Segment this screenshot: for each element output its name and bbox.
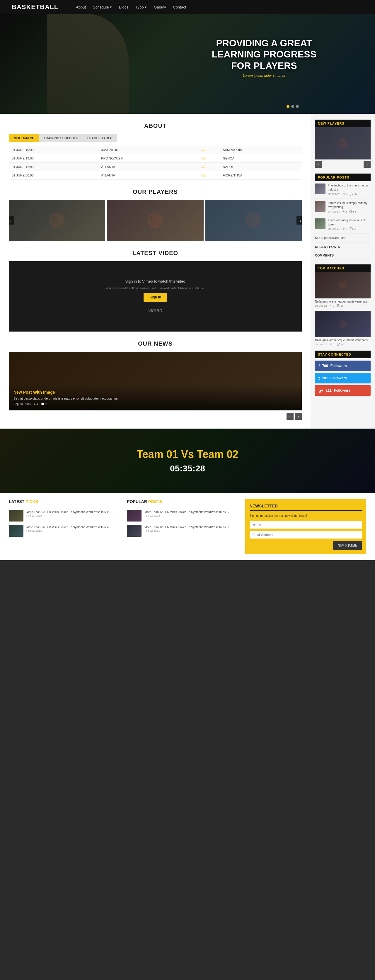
twitter-icon: t [318, 376, 320, 380]
footer-popular-title: POPULAR POSTS [127, 499, 239, 506]
vimeo-logo: vimeo [148, 307, 162, 314]
tab-training[interactable]: TRAINING SCHEDULE [39, 134, 83, 142]
hero-dots [286, 105, 299, 108]
pop-date-3: On Jun 25 [328, 227, 340, 231]
recent-posts-link[interactable]: RECENT POSTS [315, 243, 370, 251]
match-date: 01 JUNE 10:00 [9, 146, 98, 154]
footer-newsletter: NEWSLETTER Sign up to receive our next n… [245, 499, 366, 554]
carousel-prev-button[interactable]: ‹ [9, 216, 14, 224]
facebook-follow-button[interactable]: f 700 Followers [315, 361, 370, 371]
hero-dot-2[interactable] [291, 105, 294, 108]
newsletter-title: NEWSLETTER [249, 504, 362, 511]
match-vs: VS [187, 146, 220, 154]
newsletter-submit-button[interactable]: 附件下载模板 [333, 541, 362, 550]
top-match-desc-2: Nulla quis lorem neque, mattis venenatis [315, 338, 370, 342]
popular-post-item: There are many variations of Lorem On Ju… [315, 216, 370, 234]
carousel-next-button[interactable]: › [297, 216, 302, 224]
nav-typo[interactable]: Typo ▾ [135, 5, 147, 10]
match-date: 01 JUNE 30:00 [9, 171, 98, 180]
player-thumb-3: 🏀 [205, 200, 302, 241]
facebook-icon: f [318, 364, 320, 368]
twitter-follow-button[interactable]: t 201 Followers [315, 373, 370, 383]
match-team1: JUVENTUS [98, 146, 187, 154]
table-row: 01 JUNE 12:00 ATLANTA VS NAPOLI [9, 163, 302, 171]
news-featured-title: New Post With Image [13, 390, 297, 395]
hero-subtitle: Lorem ipsum dolor sit amet [212, 73, 316, 78]
news-next-button[interactable]: › [295, 413, 302, 420]
nav-about[interactable]: About [76, 5, 86, 10]
popular-posts-widget: POPULAR POSTS The section of the mass me… [315, 173, 370, 260]
match-team2: GENOA [220, 154, 302, 163]
popular-post-desc-3: There are many variations of Lorem [328, 218, 370, 227]
footer-popular-post-date-2: Feb 22, 2015 [145, 530, 231, 532]
match-vs: VS [187, 154, 220, 163]
news-featured-content: New Post With Image Sed ut perspiciatis … [9, 385, 302, 410]
footer-popular-post-title-2: More Than 120 ER Visits Linked To Synthe… [145, 525, 231, 530]
brand-part1: BASKET [12, 3, 40, 11]
popular-post-thumb-1 [315, 183, 326, 194]
facebook-count: 700 [322, 364, 328, 368]
tab-league[interactable]: LEAGUE TABLE [83, 134, 117, 142]
top-matches-widget: TOP MATCHES 🏀 Nulla quis lorem neque, ma… [315, 264, 370, 346]
players-carousel: ‹ 🏀 🏀 🏀 › [9, 200, 302, 241]
footer-popular-post-date-1: Feb 22, 2015 [145, 514, 231, 517]
footer-thumb-2 [9, 525, 24, 537]
pop-comments-2: 💬 56 [349, 210, 356, 214]
news-likes: ♥ 4 [34, 402, 38, 406]
new-players-prev[interactable]: ‹ [315, 161, 322, 168]
nav-gallery[interactable]: Gallery [154, 5, 166, 10]
brand-part2: BALL [40, 3, 58, 11]
video-embed: Sign in to Vimeo to watch this video You… [9, 261, 302, 332]
nav-contact[interactable]: Contact [173, 5, 186, 10]
nav-blogs[interactable]: Blogs [119, 5, 129, 10]
footer-popular-post-title-1: More Than 120 ER Visits Linked To Synthe… [145, 510, 231, 514]
googleplus-follow-button[interactable]: g+ 111 Followers [315, 385, 370, 396]
match-vs: VS [187, 171, 220, 180]
twitter-label: Followers [331, 376, 347, 380]
news-prev-button[interactable]: ‹ [286, 413, 294, 420]
video-title: LATEST VIDEO [9, 250, 302, 256]
team-vs-section: Team 01 Vs Team 02 05:35:28 [0, 429, 375, 493]
footer-popular-post-2: More Than 120 ER Visits Linked To Synthe… [127, 525, 239, 537]
pop-date-2: On Apr 14 [328, 210, 340, 214]
match-table: 01 JUNE 10:00 JUVENTUS VS SAMPDORIA 01 J… [9, 146, 302, 180]
about-section: ABOUT NEXT MATCH TRAINING SCHEDULE LEAGU… [9, 123, 302, 180]
googleplus-count: 111 [326, 388, 332, 393]
video-sign-in-text: Sign in to Vimeo to watch this video [126, 279, 186, 283]
newsletter-email-input[interactable] [249, 531, 362, 539]
newsletter-name-input[interactable] [249, 521, 362, 528]
news-meta: Sep 30, 2015 ♥ 4 💬 2 [13, 402, 297, 406]
new-players-image: 🏀 [315, 127, 370, 159]
hero-dot-1[interactable] [286, 105, 289, 108]
hero-text-block: PROVIDING A GREAT LEARNING PROGRESS FOR … [212, 38, 316, 78]
news-navigation: ‹ › [9, 413, 302, 420]
table-row: 01 JUNE 19:00 PRO SOCCER VS GENOA [9, 154, 302, 163]
hero-banner: PROVIDING A GREAT LEARNING PROGRESS FOR … [0, 14, 375, 114]
comments-link[interactable]: COMMENTS [315, 251, 370, 260]
top-match-2: 🏀 Nulla quis lorem neque, mattis venenat… [315, 311, 370, 346]
twitter-count: 201 [322, 376, 328, 380]
footer-latest-post-1: More Than 120 ER Visits Linked To Synthe… [9, 510, 121, 522]
video-signin-button[interactable]: Sign in [143, 293, 167, 302]
sidebar: NEW PLAYERS 🏀 ‹ › POPULAR POSTS The sect… [311, 114, 375, 429]
googleplus-label: Followers [334, 388, 350, 393]
match-team2: FIORENTINA [220, 171, 302, 180]
googleplus-icon: g+ [318, 388, 323, 393]
footer-latest-title: LATEST PICKS [9, 499, 121, 506]
footer-latest-post-date-1: Feb 22, 2015 [26, 514, 113, 517]
popular-post-desc-4: Sed ut perspiciatis unde [315, 236, 346, 240]
popular-post-desc-1: The section of the mass media industry [328, 183, 370, 192]
news-comments: 💬 2 [41, 402, 47, 406]
table-row: 01 JUNE 30:00 ATLANTA VS FIORENTINA [9, 171, 302, 180]
tab-next-match[interactable]: NEXT MATCH [9, 134, 39, 142]
new-players-widget: NEW PLAYERS 🏀 ‹ › [315, 119, 370, 169]
new-players-next[interactable]: › [364, 161, 370, 168]
hero-dot-3[interactable] [296, 105, 299, 108]
news-section: OUR NEWS New Post With Image Sed ut pers… [9, 340, 302, 420]
news-date: Sep 30, 2015 [13, 402, 31, 406]
nav-schedule[interactable]: Schedule ▾ [93, 5, 112, 10]
footer-thumb-3 [127, 510, 141, 522]
pop-views-2: 👁 2 [342, 210, 347, 214]
top-match-img-1: 🏀 [315, 272, 370, 298]
brand-logo[interactable]: BASKETBALL [12, 3, 58, 11]
